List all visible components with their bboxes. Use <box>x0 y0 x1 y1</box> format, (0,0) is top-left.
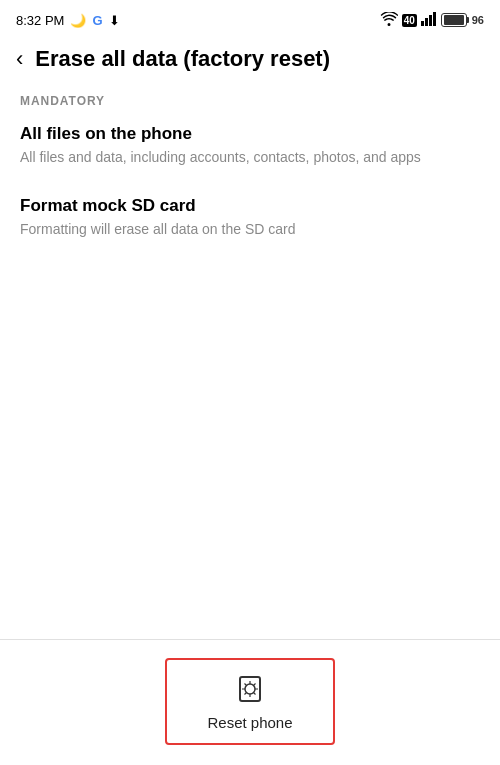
svg-rect-2 <box>429 15 432 26</box>
status-bar: 8:32 PM 🌙 G ⬇ 40 <box>0 0 500 36</box>
item-sd-card-desc: Formatting will erase all data on the SD… <box>20 220 480 240</box>
battery-indicator: 96 <box>441 13 484 27</box>
item-sd-card: Format mock SD card Formatting will eras… <box>20 196 480 240</box>
moon-icon: 🌙 <box>70 13 86 28</box>
status-left: 8:32 PM 🌙 G ⬇ <box>16 13 120 28</box>
svg-rect-0 <box>421 21 424 26</box>
download-icon: ⬇ <box>109 13 120 28</box>
item-all-files-desc: All files and data, including accounts, … <box>20 148 480 168</box>
reset-phone-label: Reset phone <box>207 714 292 731</box>
section-label: MANDATORY <box>20 94 480 108</box>
time-display: 8:32 PM <box>16 13 64 28</box>
bottom-action-area: Reset phone <box>0 639 500 765</box>
back-button[interactable]: ‹ <box>16 48 23 70</box>
wifi-icon <box>380 12 398 29</box>
reset-phone-button[interactable]: Reset phone <box>165 658 334 745</box>
svg-rect-3 <box>433 12 436 26</box>
google-icon: G <box>92 13 102 28</box>
page-title: Erase all data (factory reset) <box>35 46 330 72</box>
signal-icon <box>421 12 437 29</box>
content-area: MANDATORY All files on the phone All fil… <box>0 86 500 239</box>
item-sd-card-title: Format mock SD card <box>20 196 480 216</box>
reset-phone-icon <box>235 674 265 708</box>
status-right: 40 96 <box>380 12 484 29</box>
network-type-icon: 40 <box>402 14 417 27</box>
svg-rect-1 <box>425 18 428 26</box>
page-header: ‹ Erase all data (factory reset) <box>0 36 500 86</box>
item-all-files: All files on the phone All files and dat… <box>20 124 480 168</box>
item-all-files-title: All files on the phone <box>20 124 480 144</box>
